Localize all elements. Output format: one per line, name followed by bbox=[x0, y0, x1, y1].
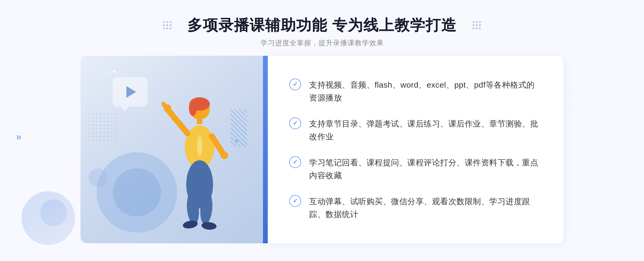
human-figure bbox=[146, 93, 232, 243]
svg-line-5 bbox=[167, 109, 188, 133]
svg-point-7 bbox=[197, 135, 202, 156]
header-dot-grid-right bbox=[473, 21, 481, 29]
feature-text-3: 学习笔记回看、课程提问、课程评论打分、课件资料下载，重点内容收藏 bbox=[309, 156, 542, 182]
illustration-panel: // Will be rendered as static dots via C… bbox=[80, 56, 263, 243]
features-panel: ✓ 支持视频、音频、flash、word、excel、ppt、pdf等各种格式的… bbox=[268, 56, 564, 243]
main-title: 多项录播课辅助功能 专为线上教学打造 bbox=[187, 16, 457, 34]
feature-item-4: ✓ 互动弹幕、试听购买、微信分享、观看次数限制、学习进度跟踪、数据统计 bbox=[289, 190, 542, 226]
check-mark-3: ✓ bbox=[293, 159, 298, 165]
feature-item-3: ✓ 学习笔记回看、课程提问、课程评论打分、课件资料下载，重点内容收藏 bbox=[289, 151, 542, 187]
check-icon-1: ✓ bbox=[289, 79, 301, 90]
check-mark-4: ✓ bbox=[293, 198, 298, 204]
feature-item-2: ✓ 支持章节目录、弹题考试、课后练习、课后作业、章节测验、批改作业 bbox=[289, 112, 542, 148]
stripe-decoration bbox=[231, 109, 247, 147]
check-icon-3: ✓ bbox=[289, 156, 301, 168]
play-icon bbox=[126, 86, 136, 98]
svg-point-14 bbox=[221, 152, 228, 159]
dot-decoration-left bbox=[43, 43, 75, 75]
header-section: 多项录播课辅助功能 专为线上教学打造 学习进度全掌握，提升录播课教学效果 bbox=[187, 0, 457, 56]
arrow-decoration: » bbox=[235, 136, 239, 145]
sub-title: 学习进度全掌握，提升录播课教学效果 bbox=[187, 38, 457, 48]
svg-rect-3 bbox=[197, 117, 202, 124]
small-circle-1 bbox=[89, 168, 107, 187]
check-mark-1: ✓ bbox=[293, 81, 298, 87]
header-dot-grid-left bbox=[163, 21, 171, 29]
feature-text-4: 互动弹幕、试听购买、微信分享、观看次数限制、学习进度跟踪、数据统计 bbox=[309, 195, 542, 221]
feature-item-1: ✓ 支持视频、音频、flash、word、excel、ppt、pdf等各种格式的… bbox=[289, 73, 542, 110]
main-content: // Will be rendered as static dots via C… bbox=[80, 56, 564, 243]
play-bubble bbox=[113, 77, 148, 107]
bg-circle-small bbox=[40, 199, 67, 226]
page-container: » 多项录播课辅助功能 专为线上教学打造 学习进度全掌握， bbox=[0, 0, 644, 261]
check-icon-4: ✓ bbox=[289, 195, 301, 207]
blue-divider-bar bbox=[263, 56, 268, 243]
svg-point-2 bbox=[189, 100, 197, 116]
feature-text-2: 支持章节目录、弹题考试、课后练习、课后作业、章节测验、批改作业 bbox=[309, 117, 542, 143]
check-mark-2: ✓ bbox=[293, 120, 298, 126]
chevron-left-icon: » bbox=[16, 131, 21, 143]
feature-text-1: 支持视频、音频、flash、word、excel、ppt、pdf等各种格式的资源… bbox=[309, 79, 542, 104]
dot-decoration-illustration bbox=[87, 112, 117, 141]
check-icon-2: ✓ bbox=[289, 117, 301, 129]
